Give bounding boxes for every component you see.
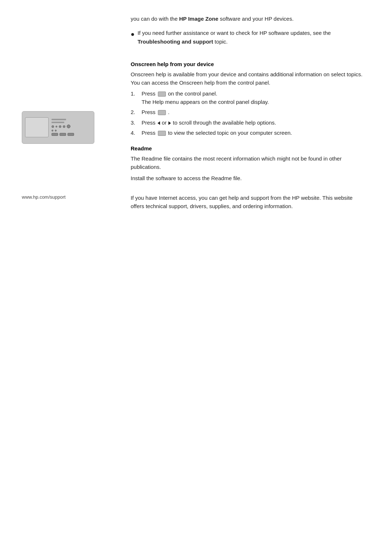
step-1-content: Press on the control panel. The Help men… <box>142 90 363 106</box>
bullet-dot-2: ● <box>131 29 135 39</box>
step-4-content: Press to view the selected topic on your… <box>142 129 363 137</box>
www-text: If you have Internet access, you can get… <box>131 194 363 211</box>
content-area: Onscreen help from your device Onscreen … <box>0 46 392 186</box>
left-column <box>0 53 123 144</box>
bullet-2: ● If you need further assistance or want… <box>131 29 363 46</box>
panel-dot-3 <box>59 125 61 128</box>
step-1-num: 1. <box>131 90 138 98</box>
bullet-1-bold: HP Image Zone <box>179 16 218 22</box>
step-2-button <box>158 110 166 115</box>
step-3-num: 3. <box>131 119 138 127</box>
step-3-content: Press or to scroll through the available… <box>142 119 363 127</box>
www-right: If you have Internet access, you can get… <box>123 194 392 214</box>
step-3: 3. Press or to scroll through the availa… <box>131 119 363 127</box>
www-section: www.hp.com/support If you have Internet … <box>0 194 392 214</box>
bullet-1: you can do with the HP Image Zone softwa… <box>131 15 363 23</box>
bullet-1-text: you can do with the HP Image Zone softwa… <box>131 15 363 23</box>
panel-rect-1 <box>52 133 58 136</box>
bullet-2-bold: Troubleshooting and support <box>138 39 213 45</box>
readme-heading: Readme <box>131 145 363 151</box>
panel-buttons <box>52 119 91 136</box>
panel-rect-3 <box>68 133 74 136</box>
panel-dot-6 <box>55 130 57 131</box>
panel-rect-2 <box>60 133 66 136</box>
panel-dot-1 <box>52 125 54 128</box>
step-2: 2. Press . <box>131 108 363 117</box>
step-1-subtext: The Help menu appears on the control pan… <box>142 99 269 105</box>
panel-row-4 <box>52 130 91 131</box>
arrow-right-icon <box>168 121 171 125</box>
www-link: www.hp.com/support <box>22 194 66 200</box>
bullet-2-suffix: topic. <box>213 39 228 45</box>
step-4-button <box>158 131 166 136</box>
arrow-left-icon <box>158 121 160 125</box>
bullet-1-suffix: software and your HP devices. <box>219 16 294 22</box>
panel-row-2 <box>52 122 91 123</box>
step-2-content: Press . <box>142 108 363 117</box>
panel-dot-5 <box>52 130 53 131</box>
steps-list: 1. Press on the control panel. The Help … <box>131 90 363 137</box>
onscreen-intro-text: Onscreen help is available from your dev… <box>131 70 363 87</box>
page: you can do with the HP Image Zone softwa… <box>0 0 392 543</box>
intro-right: you can do with the HP Image Zone softwa… <box>123 15 392 46</box>
onscreen-heading: Onscreen help from your device <box>131 61 363 67</box>
panel-row-1 <box>52 119 91 120</box>
step-4-num: 4. <box>131 129 138 137</box>
panel-dot-power <box>67 125 70 128</box>
control-panel-image <box>22 111 94 144</box>
readme-text-2: Install the software to access the Readm… <box>131 174 363 182</box>
or-word: or <box>162 119 167 126</box>
bullet-1-prefix: you can do with the <box>131 16 179 22</box>
www-left: www.hp.com/support <box>0 194 123 200</box>
bullet-2-prefix: If you need further assistance or want t… <box>138 30 331 36</box>
panel-row-5 <box>52 133 91 136</box>
step-4: 4. Press to view the selected topic on y… <box>131 129 363 137</box>
bullet-2-text: If you need further assistance or want t… <box>138 29 363 46</box>
panel-dot-4 <box>63 125 65 128</box>
panel-row-3 <box>52 125 91 128</box>
readme-text-1: The Readme file contains the most recent… <box>131 154 363 171</box>
panel-line-2 <box>52 122 64 123</box>
step-2-num: 2. <box>131 108 138 117</box>
panel-dot-2 <box>56 126 57 127</box>
panel-line-1 <box>52 119 66 120</box>
right-column: Onscreen help from your device Onscreen … <box>123 53 392 186</box>
intro-section: you can do with the HP Image Zone softwa… <box>0 15 392 46</box>
step-1-button <box>158 92 166 97</box>
step-1: 1. Press on the control panel. The Help … <box>131 90 363 106</box>
panel-screen <box>25 117 49 137</box>
